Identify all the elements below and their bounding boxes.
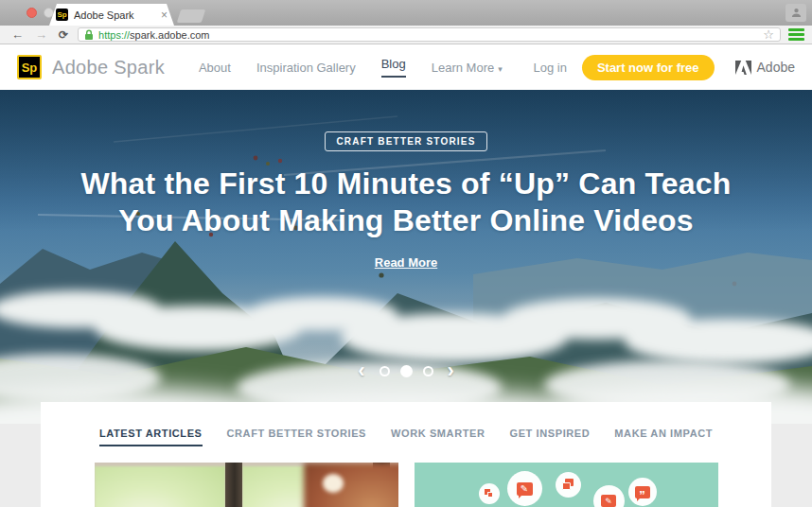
hero-section: CRAFT BETTER STORIES What the First 10 M… [0, 90, 812, 424]
articles-card: LATEST ARTICLES CRAFT BETTER STORIES WOR… [41, 402, 771, 507]
carousel-dot-3[interactable] [423, 366, 433, 376]
article-thumbnail-illustration[interactable]: ✎ ✎ ” [415, 463, 718, 507]
category-badge[interactable]: CRAFT BETTER STORIES [325, 131, 486, 151]
window-close-button[interactable] [26, 8, 37, 18]
bookmark-star-icon[interactable]: ☆ [763, 28, 774, 41]
adobe-spark-logo[interactable]: Sp [17, 55, 42, 79]
article-thumbnail-photo[interactable] [95, 463, 398, 507]
back-icon[interactable]: ← [6, 28, 29, 41]
window-minimize-button[interactable] [44, 8, 54, 18]
browser-toolbar: ← → ⟳ https:// spark.adobe.com ☆ [0, 26, 812, 44]
brand-name: Adobe Spark [52, 57, 165, 79]
headline-line-2: You About Making Better Online Videos [80, 202, 731, 239]
secure-lock-icon [84, 29, 94, 41]
profile-icon [791, 8, 802, 18]
site-navbar: Sp Adobe Spark About Inspiration Gallery… [0, 44, 812, 90]
carousel-prev-icon[interactable]: ‹ [354, 360, 368, 381]
tab-title: Adobe Spark [74, 9, 157, 21]
person-silhouette [304, 463, 398, 507]
article-thumbnails: ✎ ✎ ” [41, 463, 771, 507]
hero-carousel-controls: ‹ › [0, 360, 812, 381]
tab-get-inspired[interactable]: GET INSPIRED [510, 428, 591, 446]
carousel-dot-1[interactable] [380, 366, 390, 376]
adobe-logo-icon [735, 61, 751, 75]
nav-link-inspiration-gallery[interactable]: Inspiration Gallery [256, 61, 356, 75]
url-host: spark.adobe.com [130, 29, 209, 41]
tab-close-icon[interactable]: × [161, 9, 168, 21]
pencil-bubble-icon: ✎ [507, 471, 542, 506]
favicon: Sp [56, 9, 68, 21]
tab-make-an-impact[interactable]: MAKE AN IMPACT [614, 428, 713, 446]
url-scheme: https:// [98, 29, 130, 41]
adobe-brand[interactable]: Adobe [735, 60, 795, 75]
adobe-label: Adobe [757, 60, 795, 75]
start-now-button[interactable]: Start now for free [582, 55, 715, 80]
article-category-tabs: LATEST ARTICLES CRAFT BETTER STORIES WOR… [41, 402, 771, 446]
chevron-down-icon: ▾ [498, 64, 503, 74]
reload-icon[interactable]: ⟳ [53, 29, 74, 41]
pencil-bubble-icon: ✎ [593, 485, 625, 507]
carousel-next-icon[interactable]: › [444, 360, 458, 381]
browser-tab-strip: Sp Adobe Spark × [0, 0, 812, 26]
mug [323, 474, 344, 493]
quote-bubble-icon: ” [628, 478, 657, 506]
log-in-link[interactable]: Log in [533, 61, 566, 75]
nav-link-blog[interactable]: Blog [381, 57, 406, 78]
tab-latest-articles[interactable]: LATEST ARTICLES [99, 428, 203, 446]
browser-tab[interactable]: Sp Adobe Spark × [49, 4, 174, 26]
browser-menu-icon[interactable] [788, 28, 804, 41]
forward-icon[interactable]: → [29, 28, 53, 41]
navbar-actions: Log in Start now for free Adobe [533, 55, 795, 80]
nav-link-learn-more[interactable]: Learn More▾ [432, 61, 503, 75]
tab-craft-better-stories[interactable]: CRAFT BETTER STORIES [227, 428, 366, 446]
primary-nav: About Inspiration Gallery Blog Learn Mor… [199, 57, 503, 78]
chat-squares-icon [556, 472, 581, 498]
carousel-dot-2[interactable] [400, 365, 413, 377]
nav-link-about[interactable]: About [199, 61, 231, 75]
squares-icon [479, 483, 500, 504]
headline-line-1: What the First 10 Minutes of “Up” Can Te… [80, 166, 731, 202]
tab-work-smarter[interactable]: WORK SMARTER [391, 428, 485, 446]
hero-headline: What the First 10 Minutes of “Up” Can Te… [80, 166, 731, 239]
profile-button[interactable] [786, 4, 806, 22]
new-tab-button[interactable] [177, 9, 206, 23]
address-bar[interactable]: https:// spark.adobe.com ☆ [78, 27, 781, 42]
read-more-link[interactable]: Read More [375, 255, 437, 270]
